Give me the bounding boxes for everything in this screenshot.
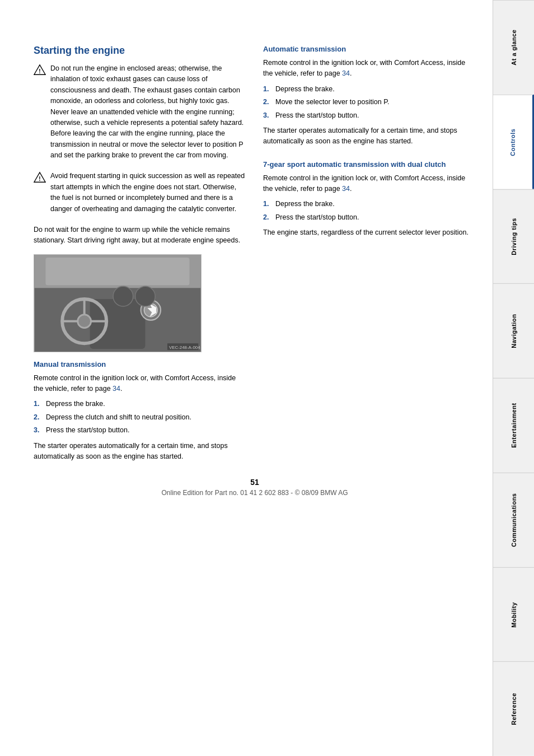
sport-intro: Remote control in the ignition lock or, … bbox=[263, 173, 476, 195]
list-item: 1.Depress the brake. bbox=[263, 84, 476, 95]
automatic-result-text: The starter operates automatically for a… bbox=[263, 125, 476, 147]
sidebar-tab-navigation[interactable]: Navigation bbox=[493, 283, 534, 378]
manual-page-ref-link[interactable]: 34 bbox=[113, 385, 120, 393]
svg-point-15 bbox=[113, 286, 133, 306]
svg-point-10 bbox=[78, 314, 91, 328]
warning-block-2: ! Avoid frequent starting in quick succe… bbox=[34, 171, 246, 219]
left-column: Starting the engine ! Do not run the eng… bbox=[34, 45, 246, 466]
main-content: Starting the engine ! Do not run the eng… bbox=[0, 0, 493, 756]
list-item: 1.Depress the brake. bbox=[34, 399, 246, 409]
sidebar-tab-mobility[interactable]: Mobility bbox=[493, 567, 534, 662]
footer-text: Online Edition for Part no. 01 41 2 602 … bbox=[161, 489, 348, 497]
sport-page-ref-link[interactable]: 34 bbox=[342, 185, 350, 193]
manual-steps-list: 1.Depress the brake.2.Depress the clutch… bbox=[34, 399, 246, 436]
sidebar: At a glanceControlsDriving tipsNavigatio… bbox=[493, 0, 534, 756]
dashboard-image-inner: VEC-248-A-004 bbox=[34, 255, 201, 352]
automatic-transmission-title: Automatic transmission bbox=[263, 45, 476, 53]
right-column: Automatic transmission Remote control in… bbox=[263, 45, 476, 466]
svg-rect-6 bbox=[90, 299, 146, 349]
warning-icon-1: ! bbox=[34, 64, 46, 76]
dashboard-image: VEC-248-A-004 bbox=[34, 254, 202, 352]
warning-text-2: Avoid frequent starting in quick success… bbox=[50, 171, 246, 214]
list-item: 3.Press the start/stop button. bbox=[34, 425, 246, 436]
automatic-page-ref-link[interactable]: 34 bbox=[342, 69, 350, 77]
list-item: 1.Depress the brake. bbox=[263, 199, 476, 209]
warning-block-1: ! Do not run the engine in enclosed area… bbox=[34, 63, 246, 165]
svg-rect-4 bbox=[45, 258, 189, 285]
warning-text-1: Do not run the engine in enclosed areas;… bbox=[50, 63, 246, 161]
sidebar-tab-at-a-glance[interactable]: At a glance bbox=[493, 0, 534, 95]
svg-text:!: ! bbox=[39, 176, 40, 182]
list-item: 3.Press the start/stop button. bbox=[263, 110, 476, 121]
svg-text:VEC-248-A-004: VEC-248-A-004 bbox=[169, 345, 200, 350]
section-title: Starting the engine bbox=[34, 45, 246, 57]
list-item: 2.Move the selector lever to position P. bbox=[263, 97, 476, 108]
list-item: 2.Depress the clutch and shift to neutra… bbox=[34, 412, 246, 423]
sport-steps-list: 1.Depress the brake.2.Press the start/st… bbox=[263, 199, 476, 223]
page-footer: 51 Online Edition for Part no. 01 41 2 6… bbox=[34, 466, 476, 502]
manual-transmission-title: Manual transmission bbox=[34, 360, 246, 368]
two-column-layout: Starting the engine ! Do not run the eng… bbox=[34, 45, 476, 466]
manual-transmission-intro: Remote control in the ignition lock or, … bbox=[34, 373, 246, 395]
svg-text:!: ! bbox=[39, 68, 40, 74]
sidebar-tab-communications[interactable]: Communications bbox=[493, 473, 534, 567]
sidebar-tab-driving-tips[interactable]: Driving tips bbox=[493, 189, 534, 284]
sport-transmission-title: 7-gear sport automatic transmission with… bbox=[263, 160, 476, 169]
page-container: Starting the engine ! Do not run the eng… bbox=[0, 0, 534, 756]
sidebar-tab-reference[interactable]: Reference bbox=[493, 661, 534, 756]
list-item: 2.Press the start/stop button. bbox=[263, 212, 476, 223]
sidebar-tab-controls[interactable]: Controls bbox=[493, 95, 534, 189]
manual-result-text: The starter operates automatically for a… bbox=[34, 441, 246, 463]
warm-up-paragraph: Do not wait for the engine to warm up wh… bbox=[34, 225, 246, 246]
automatic-intro: Remote control in the ignition lock or, … bbox=[263, 58, 476, 80]
page-number: 51 bbox=[34, 478, 476, 487]
sport-result-text: The engine starts, regardless of the cur… bbox=[263, 227, 476, 238]
automatic-steps-list: 1.Depress the brake.2.Move the selector … bbox=[263, 84, 476, 121]
svg-point-16 bbox=[135, 286, 156, 306]
sidebar-tab-entertainment[interactable]: Entertainment bbox=[493, 378, 534, 473]
warning-icon-2: ! bbox=[34, 171, 46, 184]
